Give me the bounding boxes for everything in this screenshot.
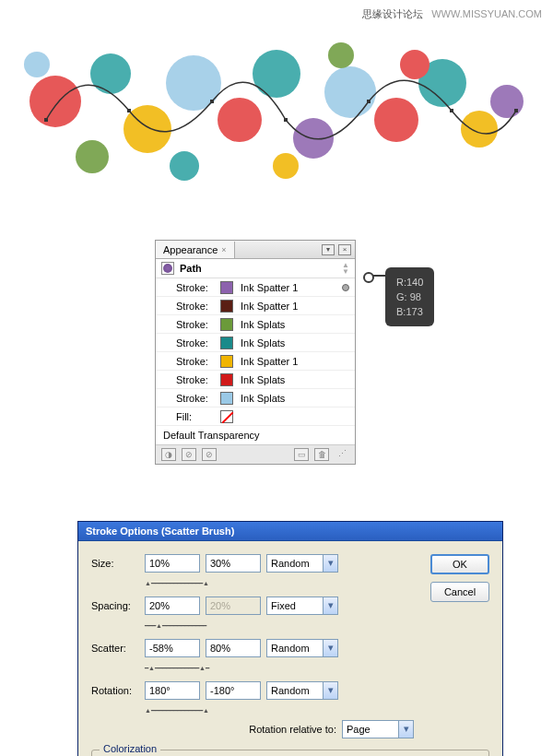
svg-point-4	[218, 98, 262, 142]
cancel-button[interactable]: Cancel	[430, 582, 489, 602]
svg-point-14	[170, 151, 199, 181]
spacing-input-b	[206, 597, 261, 615]
reduce-icon[interactable]: ⊘	[202, 448, 217, 461]
svg-point-13	[490, 85, 524, 118]
svg-point-16	[273, 153, 299, 179]
chevron-down-icon: ▾	[323, 682, 337, 699]
rotation-label: Rotation:	[91, 685, 139, 696]
svg-point-10	[461, 111, 498, 148]
panel-close-icon[interactable]: ×	[338, 244, 351, 255]
panel-header: Appearance × ▾ ×	[156, 241, 355, 259]
rgb-tooltip: R:140 G: 98 B:173	[385, 267, 434, 326]
svg-point-0	[29, 76, 81, 127]
path-icon	[161, 262, 174, 275]
svg-rect-20	[210, 100, 214, 103]
rot-rel-dropdown[interactable]: Page▾	[342, 720, 414, 738]
colorization-group: Colorization Tints▾ Tips	[91, 750, 489, 756]
scatter-label: Scatter:	[91, 643, 139, 654]
size-input-a[interactable]	[145, 554, 200, 573]
rotation-input-b[interactable]	[206, 681, 261, 700]
rotation-row: Rotation: Random▾	[91, 681, 489, 700]
dialog-title: Stroke Options (Scatter Brush)	[78, 522, 502, 541]
swatch[interactable]	[220, 373, 233, 386]
svg-point-8	[374, 98, 418, 142]
rot-rel-label: Rotation relative to:	[249, 724, 336, 735]
spacing-input-a[interactable]	[145, 597, 200, 615]
svg-point-15	[400, 50, 429, 79]
slider-icon[interactable]: ▲━━━━━━━━━━━━━━▲	[145, 580, 209, 586]
scroll-arrows-icon[interactable]: ▲▼	[342, 262, 349, 275]
stroke-row[interactable]: Stroke:Ink Splats	[156, 315, 355, 334]
new-art-icon[interactable]: ◑	[161, 448, 176, 461]
paint-splatter-artwork	[0, 18, 553, 221]
svg-rect-19	[127, 109, 131, 112]
stroke-list: Stroke:Ink Spatter 1 Stroke:Ink Spatter …	[156, 278, 355, 426]
stroke-options-dialog: Stroke Options (Scatter Brush) OK Cancel…	[77, 521, 503, 756]
svg-point-7	[324, 66, 376, 118]
swatch[interactable]	[220, 281, 233, 294]
path-row[interactable]: Path ▲▼	[156, 259, 355, 278]
svg-rect-24	[514, 109, 518, 112]
svg-rect-22	[367, 100, 371, 103]
ok-button[interactable]: OK	[430, 554, 489, 574]
size-label: Size:	[91, 558, 139, 569]
size-mode-dropdown[interactable]: Random▾	[266, 554, 338, 573]
spacing-label: Spacing:	[91, 600, 139, 611]
spacing-mode-dropdown[interactable]: Fixed▾	[266, 597, 338, 615]
panel-menu-icon[interactable]: ▾	[322, 244, 335, 255]
stroke-row[interactable]: Stroke:Ink Spatter 1	[156, 278, 355, 297]
svg-point-12	[24, 52, 50, 77]
stroke-row[interactable]: Stroke:Ink Spatter 1	[156, 352, 355, 371]
stroke-row[interactable]: Stroke:Ink Splats	[156, 389, 355, 408]
resize-grip-icon[interactable]: ⋰	[335, 448, 349, 461]
scatter-input-b[interactable]	[206, 639, 261, 657]
chevron-down-icon: ▾	[323, 555, 337, 572]
clear-icon[interactable]: ⊘	[182, 448, 196, 461]
rotation-mode-dropdown[interactable]: Random▾	[266, 681, 338, 700]
colorization-legend: Colorization	[100, 743, 160, 754]
svg-rect-23	[450, 109, 453, 112]
stroke-row[interactable]: Stroke:Ink Splats	[156, 334, 355, 352]
slider-icon[interactable]: ━━━▲━━━━━━━━━━━━	[145, 622, 206, 629]
svg-point-1	[90, 53, 131, 94]
panel-footer: ◑ ⊘ ⊘ ▭ 🗑 ⋰	[156, 445, 355, 464]
tab-label: Appearance	[163, 244, 218, 255]
slider-icon[interactable]: ▲━━━━━━━━━━━━━━▲	[145, 707, 209, 714]
swatch[interactable]	[220, 337, 233, 349]
scatter-row: Scatter: Random▾	[91, 639, 489, 657]
swatch[interactable]	[220, 355, 233, 368]
svg-point-5	[253, 50, 300, 98]
stroke-row[interactable]: Stroke:Ink Splats	[156, 371, 355, 389]
svg-rect-21	[284, 118, 288, 122]
tab-close-icon[interactable]: ×	[221, 245, 226, 254]
stroke-row[interactable]: Stroke:Ink Spatter 1	[156, 297, 355, 315]
scatter-mode-dropdown[interactable]: Random▾	[266, 639, 338, 657]
trash-icon[interactable]: 🗑	[314, 448, 329, 461]
appearance-panel: Appearance × ▾ × Path ▲▼ Stroke:Ink Spat…	[155, 240, 356, 465]
chevron-down-icon: ▾	[398, 721, 413, 738]
svg-rect-18	[44, 118, 48, 122]
link-dot-icon[interactable]	[342, 284, 349, 291]
chevron-down-icon: ▾	[323, 640, 337, 656]
svg-point-17	[328, 42, 354, 68]
swatch[interactable]	[220, 392, 233, 405]
rotation-relative-row: Rotation relative to: Page▾	[91, 720, 489, 738]
path-title: Path	[180, 263, 202, 274]
svg-point-11	[76, 140, 109, 173]
default-transparency[interactable]: Default Transparency	[156, 426, 355, 445]
slider-icon[interactable]: ━▲━━━━━━━━━━━━▲━	[145, 665, 209, 671]
fill-none-swatch[interactable]	[220, 410, 233, 423]
scatter-input-a[interactable]	[145, 639, 200, 657]
rotation-input-a[interactable]	[145, 681, 200, 700]
duplicate-icon[interactable]: ▭	[294, 448, 309, 461]
size-input-b[interactable]	[206, 554, 261, 573]
swatch[interactable]	[220, 300, 233, 313]
swatch[interactable]	[220, 318, 233, 331]
fill-row[interactable]: Fill:	[156, 408, 355, 426]
chevron-down-icon: ▾	[323, 597, 337, 614]
appearance-tab[interactable]: Appearance ×	[156, 242, 235, 258]
